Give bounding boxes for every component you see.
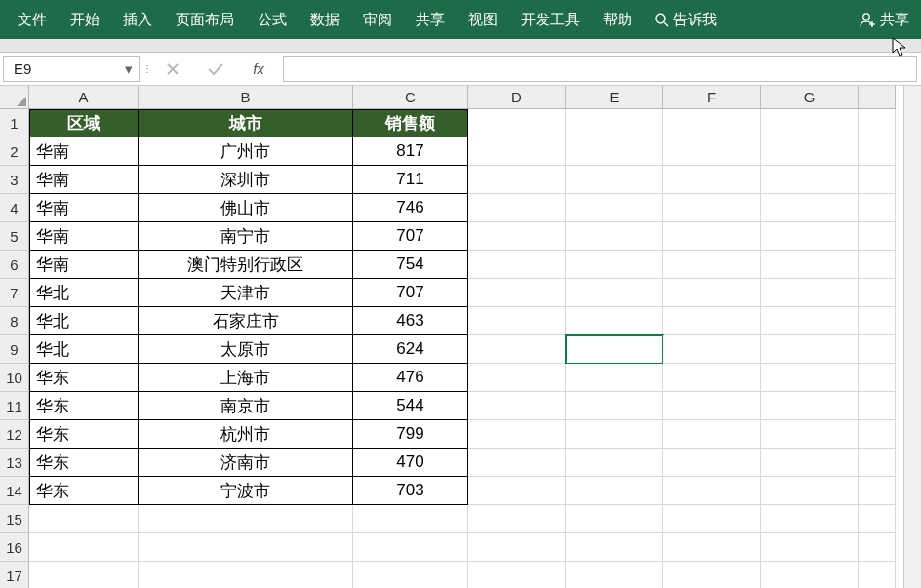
row-header[interactable]: 16 (0, 533, 29, 562)
cell-B16[interactable] (139, 533, 353, 562)
column-header[interactable]: B (139, 86, 353, 109)
ribbon-tab-developer[interactable]: 开发工具 (509, 11, 591, 29)
cell-E5[interactable] (566, 222, 663, 251)
cell-F8[interactable] (663, 307, 761, 335)
cell[interactable] (859, 335, 896, 364)
cell-B14[interactable]: 宁波市 (139, 477, 353, 505)
cell[interactable] (859, 392, 896, 420)
cell-D10[interactable] (468, 364, 566, 392)
cell-C6[interactable]: 754 (353, 251, 468, 279)
cell-D16[interactable] (468, 533, 566, 562)
cell-C5[interactable]: 707 (353, 222, 468, 251)
column-header[interactable] (859, 86, 896, 109)
cell-D9[interactable] (468, 335, 566, 364)
cell-A15[interactable] (29, 505, 139, 533)
cell-A3[interactable]: 华南 (29, 166, 139, 194)
cell-G13[interactable] (761, 449, 859, 477)
cell-G4[interactable] (761, 194, 859, 222)
cell-F16[interactable] (663, 533, 761, 562)
cell-B9[interactable]: 太原市 (139, 335, 353, 364)
cell-E8[interactable] (566, 307, 663, 335)
cell-F15[interactable] (663, 505, 761, 533)
cell-G1[interactable] (761, 109, 859, 137)
ribbon-tab-home[interactable]: 开始 (59, 11, 111, 29)
cell-C8[interactable]: 463 (353, 307, 468, 335)
cell-A11[interactable]: 华东 (29, 392, 139, 420)
row-header[interactable]: 5 (0, 222, 29, 251)
cell-D5[interactable] (468, 222, 566, 251)
cell-D3[interactable] (468, 166, 566, 194)
cell-B1[interactable]: 城市 (139, 109, 353, 137)
cell-D11[interactable] (468, 392, 566, 420)
ribbon-tab-data[interactable]: 数据 (299, 11, 351, 29)
cell-B2[interactable]: 广州市 (139, 137, 353, 166)
cell-G2[interactable] (761, 137, 859, 166)
column-header[interactable]: C (353, 86, 468, 109)
cell-C1[interactable]: 销售额 (353, 109, 468, 137)
cell-D7[interactable] (468, 279, 566, 307)
cell[interactable] (859, 477, 896, 505)
cell-G5[interactable] (761, 222, 859, 251)
cell-F6[interactable] (663, 251, 761, 279)
cell[interactable] (859, 307, 896, 335)
cell-A6[interactable]: 华南 (29, 251, 139, 279)
cell-B6[interactable]: 澳门特别行政区 (139, 251, 353, 279)
row-header[interactable]: 15 (0, 505, 29, 533)
cell[interactable] (859, 166, 896, 194)
cell-F5[interactable] (663, 222, 761, 251)
row-header[interactable]: 13 (0, 449, 29, 477)
ribbon-tab-share-menu[interactable]: 共享 (404, 11, 457, 29)
cell-F1[interactable] (663, 109, 761, 137)
cell-C16[interactable] (353, 533, 468, 562)
cell-A12[interactable]: 华东 (29, 420, 139, 449)
cell-E12[interactable] (566, 420, 663, 449)
cell-C3[interactable]: 711 (353, 166, 468, 194)
column-header[interactable]: E (566, 86, 663, 109)
cell-B3[interactable]: 深圳市 (139, 166, 353, 194)
cell-B7[interactable]: 天津市 (139, 279, 353, 307)
cell-C14[interactable]: 703 (353, 477, 468, 505)
cell-C13[interactable]: 470 (353, 449, 468, 477)
cell-F7[interactable] (663, 279, 761, 307)
cell-G17[interactable] (761, 562, 859, 588)
cell-F11[interactable] (663, 392, 761, 420)
row-header[interactable]: 12 (0, 420, 29, 449)
cell-A7[interactable]: 华北 (29, 279, 139, 307)
row-header[interactable]: 14 (0, 477, 29, 505)
cell-G16[interactable] (761, 533, 859, 562)
cell-A9[interactable]: 华北 (29, 335, 139, 364)
cell-E16[interactable] (566, 533, 663, 562)
cell[interactable] (859, 420, 896, 449)
cell-D14[interactable] (468, 477, 566, 505)
cell-D1[interactable] (468, 109, 566, 137)
cell-D6[interactable] (468, 251, 566, 279)
ribbon-tab-review[interactable]: 审阅 (351, 11, 404, 29)
cell-E9[interactable] (566, 335, 663, 364)
cell-C11[interactable]: 544 (353, 392, 468, 420)
cell-A17[interactable] (29, 562, 139, 588)
cell-G8[interactable] (761, 307, 859, 335)
cell-E7[interactable] (566, 279, 663, 307)
share-button[interactable]: 共享 (853, 11, 915, 29)
cell-C12[interactable]: 799 (353, 420, 468, 449)
cell-G3[interactable] (761, 166, 859, 194)
cell-E1[interactable] (566, 109, 663, 137)
cell-E13[interactable] (566, 449, 663, 477)
cell-A5[interactable]: 华南 (29, 222, 139, 251)
ribbon-tab-formulas[interactable]: 公式 (246, 11, 299, 29)
cell-E15[interactable] (566, 505, 663, 533)
cell-D12[interactable] (468, 420, 566, 449)
cell-E10[interactable] (566, 364, 663, 392)
cell-E2[interactable] (566, 137, 663, 166)
column-header[interactable]: G (761, 86, 859, 109)
cell[interactable] (859, 562, 896, 588)
cell-E6[interactable] (566, 251, 663, 279)
ribbon-tab-pagelayout[interactable]: 页面布局 (164, 11, 246, 29)
cell-B5[interactable]: 南宁市 (139, 222, 353, 251)
formula-input[interactable] (283, 56, 917, 82)
cell-B10[interactable]: 上海市 (139, 364, 353, 392)
vertical-scrollbar[interactable] (903, 86, 921, 588)
cell-A2[interactable]: 华南 (29, 137, 139, 166)
row-header[interactable]: 8 (0, 307, 29, 335)
cell-C10[interactable]: 476 (353, 364, 468, 392)
